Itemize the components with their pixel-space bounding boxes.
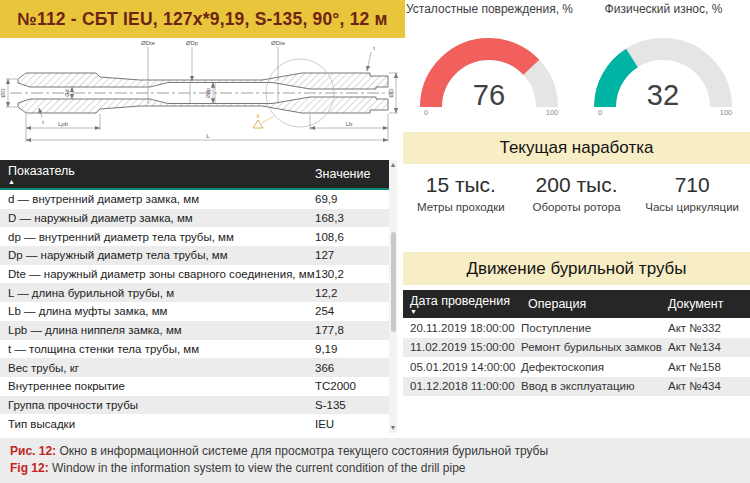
movement-table-header: Дата проведения ▼ Операция Документ (403, 290, 750, 318)
table-row[interactable]: Тип высадкиIEU (0, 414, 397, 433)
stat-value: 15 тыс. (403, 172, 519, 198)
table-row[interactable]: 05.01.2019 14:00:00ДефектоскопияАкт №158 (403, 357, 750, 377)
label-dte-right: ØDte (271, 40, 286, 46)
table-row[interactable]: d — внутренний диаметр замка, мм69,9 (0, 190, 397, 209)
label-t-left: t (42, 119, 44, 125)
label-lpb: Lpb (58, 121, 69, 127)
table-row[interactable]: Lb — длина муфты замка, мм254 (0, 302, 397, 321)
table-row[interactable]: t — толщина стенки тела трубы, мм9,19 (0, 340, 397, 359)
table-row[interactable]: Lpb — длина ниппеля замка, мм177,8 (0, 321, 397, 340)
caption-ru-label: Рис. 12: (10, 444, 56, 458)
section-title: Текущая наработка (499, 138, 653, 158)
label-l-total: L (206, 133, 210, 139)
parameters-table-header: Показатель ▲ Значение (0, 160, 397, 190)
label-detail-mark: А (256, 113, 260, 119)
caption-ru: Рис. 12: Окно в информационной системе д… (10, 443, 740, 460)
gauge-max: 100 (720, 108, 733, 117)
gauge-fatigue-damage: Усталостные повреждения, % 76 0 100 (403, 2, 576, 121)
table-row[interactable]: D — наружный диаметр замка, мм168,3 (0, 209, 397, 228)
label-idp-body: Ødp (205, 88, 211, 98)
gauge-value: 76 (473, 79, 505, 111)
table-row[interactable]: Вес трубы, кг366 (0, 358, 397, 377)
table-row[interactable]: 01.12.2018 11:00:00Ввод в эксплуатациюАк… (403, 377, 750, 397)
drill-pipe-schematic: ØD Ød ØDte ØDp ØDte Ødp ØD t t Lpb Lb L … (0, 38, 400, 160)
detail-flag-icon (253, 120, 263, 128)
gauge-title: Физический износ, % (577, 2, 750, 19)
operating-stats: 15 тыс. Метры проходки 200 тыс. Обороты … (403, 172, 750, 213)
section-banner-movement: Движение бурильной трубы (403, 252, 750, 285)
column-header-indicator[interactable]: Показатель ▲ (0, 160, 315, 188)
stat-label: Часы циркуляции (634, 201, 750, 213)
scroll-up-icon[interactable]: ▲ (389, 160, 397, 170)
label-t-right: t (373, 45, 375, 51)
gauge-value: 32 (647, 79, 679, 111)
table-row[interactable]: 11.02.2019 15:00:00Ремонт бурильных замк… (403, 338, 750, 358)
movement-rows: 20.11.2019 18:00:00ПоступлениеАкт №332 1… (403, 318, 750, 396)
pipe-technical-drawing: ØD Ød ØDte ØDp ØDte Ødp ØD t t Lpb Lb L … (0, 38, 400, 160)
label-dte-left: ØDte (141, 40, 156, 46)
gauge-arc-fatigue: 76 0 100 (403, 19, 576, 117)
figure-caption: Рис. 12: Окно в информационной системе д… (0, 438, 750, 483)
label-lb: Lb (346, 121, 353, 127)
column-header-operation[interactable]: Операция (528, 290, 668, 318)
sort-desc-icon: ▼ (410, 308, 528, 315)
pipe-wall-top (18, 73, 388, 89)
section-title: Движение бурильной трубы (466, 259, 686, 279)
table-row[interactable]: Dp — наружный диаметр тела трубы, мм127 (0, 246, 397, 265)
gauge-physical-wear: Физический износ, % 32 0 100 (577, 2, 750, 121)
caption-en: Fig 12: Window in the information system… (10, 460, 740, 477)
table-row[interactable]: Внутреннее покрытиеTC2000 (0, 377, 397, 396)
column-header-value[interactable]: Значение (315, 160, 397, 188)
gauge-min: 0 (598, 108, 602, 117)
label-dp-top: ØDp (186, 40, 199, 46)
table-row[interactable]: 20.11.2019 18:00:00ПоступлениеАкт №332 (403, 318, 750, 338)
stat-meters-drilled: 15 тыс. Метры проходки (403, 172, 519, 213)
gauge-max: 100 (546, 108, 559, 117)
pipe-wall-bottom (18, 97, 388, 113)
stat-value: 710 (634, 172, 750, 198)
label-od-left: ØD (0, 88, 6, 98)
column-header-document[interactable]: Документ (668, 290, 750, 318)
stat-circulation-hours: 710 Часы циркуляции (634, 172, 750, 213)
pipe-title-banner: №112 - СБТ IEU, 127х*9,19, S-135, 90°, 1… (0, 0, 405, 38)
detail-flag-leader (262, 116, 274, 123)
movement-table: Дата проведения ▼ Операция Документ 20.1… (403, 290, 750, 396)
table-row[interactable]: Dte — наружный диаметр зоны сварного сое… (0, 265, 397, 284)
label-id-left: Ød (64, 89, 70, 96)
table-scrollbar[interactable]: ▲ ▼ (389, 160, 397, 433)
stat-label: Метры проходки (403, 201, 519, 213)
scrollbar-thumb[interactable] (391, 232, 396, 332)
pipe-title: №112 - СБТ IEU, 127х*9,19, S-135, 90°, 1… (17, 9, 388, 30)
top-leader-lines (148, 47, 278, 81)
table-row[interactable]: dp — внутренний диаметр тела трубы, мм10… (0, 227, 397, 246)
leader-t-right (367, 52, 371, 71)
table-row[interactable]: Группа прочности трубыS-135 (0, 396, 397, 415)
parameters-table: Показатель ▲ Значение d — внутренний диа… (0, 160, 397, 433)
gauge-title: Усталостные повреждения, % (403, 2, 576, 19)
stat-label: Обороты ротора (519, 201, 635, 213)
sort-asc-icon: ▲ (8, 178, 315, 185)
gauge-arc-wear: 32 0 100 (577, 19, 750, 117)
scroll-down-icon[interactable]: ▼ (389, 423, 397, 433)
section-banner-operating: Текущая наработка (403, 132, 750, 164)
gauge-min: 0 (424, 108, 428, 117)
stat-value: 200 тыс. (519, 172, 635, 198)
column-header-date[interactable]: Дата проведения ▼ (403, 290, 528, 318)
stat-rotor-revolutions: 200 тыс. Обороты ротора (519, 172, 635, 213)
label-od-right: ØD (388, 88, 394, 98)
table-row[interactable]: L — длина бурильной трубы, м12,2 (0, 283, 397, 302)
caption-en-label: Fig 12: (10, 461, 49, 475)
parameters-rows: d — внутренний диаметр замка, мм69,9 D —… (0, 190, 397, 433)
